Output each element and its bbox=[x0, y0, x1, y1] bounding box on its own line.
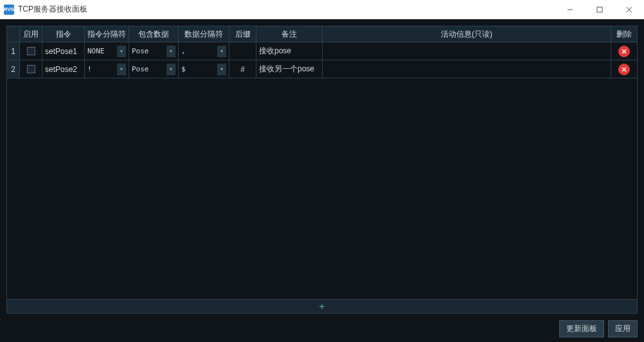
chevron-down-icon[interactable]: ▾ bbox=[217, 46, 226, 57]
delete-cell bbox=[611, 42, 637, 60]
chevron-down-icon[interactable]: ▾ bbox=[166, 64, 175, 75]
sep2-value: , bbox=[181, 47, 217, 55]
titlebar: RVS TCP服务器接收面板 bbox=[0, 0, 644, 19]
remark-cell[interactable]: 接收pose bbox=[256, 42, 323, 60]
header-remark: 备注 bbox=[256, 26, 323, 42]
sep1-value: ! bbox=[87, 65, 117, 73]
sep2-value: $ bbox=[181, 65, 217, 73]
data-value: Pose bbox=[132, 47, 166, 55]
header-data: 包含数据 bbox=[129, 26, 179, 42]
table-body: 1setPose1NONE▾Pose▾,▾接收pose2setPose2!▾Po… bbox=[7, 42, 637, 313]
cmd-cell[interactable]: setPose2 bbox=[42, 60, 85, 78]
window-title: TCP服务器接收面板 bbox=[18, 4, 87, 15]
sep1-cell[interactable]: NONE▾ bbox=[85, 42, 129, 60]
cmd-cell[interactable]: setPose1 bbox=[42, 42, 85, 60]
checkbox-icon[interactable] bbox=[27, 65, 35, 73]
header-rownum bbox=[7, 26, 20, 42]
suffix-cell[interactable] bbox=[229, 42, 256, 60]
data-value: Pose bbox=[132, 65, 166, 73]
client-area: 启用 指令 指令分隔符 包含数据 数据分隔符 后缀 备注 活动信息(只读) 删除… bbox=[0, 19, 644, 342]
header-sep1: 指令分隔符 bbox=[85, 26, 129, 42]
header-info: 活动信息(只读) bbox=[323, 26, 611, 42]
checkbox-icon[interactable] bbox=[27, 47, 35, 55]
enable-cell[interactable] bbox=[20, 60, 42, 78]
sep2-cell[interactable]: ,▾ bbox=[179, 42, 229, 60]
table-row: 2setPose2!▾Pose▾$▾#接收另一个pose bbox=[7, 60, 637, 78]
header-suffix: 后缀 bbox=[229, 26, 256, 42]
enable-cell[interactable] bbox=[20, 42, 42, 60]
info-cell bbox=[323, 60, 611, 78]
info-cell bbox=[323, 42, 611, 60]
table-header: 启用 指令 指令分隔符 包含数据 数据分隔符 后缀 备注 活动信息(只读) 删除 bbox=[7, 26, 637, 42]
table-panel: 启用 指令 指令分隔符 包含数据 数据分隔符 后缀 备注 活动信息(只读) 删除… bbox=[6, 26, 638, 314]
delete-row-button[interactable] bbox=[618, 64, 630, 75]
chevron-down-icon[interactable]: ▾ bbox=[117, 64, 126, 75]
apply-button[interactable]: 应用 bbox=[608, 320, 638, 338]
add-row-button[interactable]: + bbox=[7, 299, 637, 313]
svg-rect-1 bbox=[597, 7, 602, 12]
close-icon bbox=[621, 48, 627, 55]
update-panel-button[interactable]: 更新面板 bbox=[559, 320, 604, 338]
data-cell[interactable]: Pose▾ bbox=[129, 42, 179, 60]
delete-row-button[interactable] bbox=[618, 46, 630, 57]
data-cell[interactable]: Pose▾ bbox=[129, 60, 179, 78]
app-icon: RVS bbox=[4, 4, 14, 15]
table-row: 1setPose1NONE▾Pose▾,▾接收pose bbox=[7, 42, 637, 60]
suffix-cell[interactable]: # bbox=[229, 60, 256, 78]
row-number: 1 bbox=[7, 42, 20, 60]
header-delete: 删除 bbox=[611, 26, 637, 42]
remark-cell[interactable]: 接收另一个pose bbox=[256, 60, 323, 78]
sep1-value: NONE bbox=[87, 47, 117, 55]
chevron-down-icon[interactable]: ▾ bbox=[117, 46, 126, 57]
footer: 更新面板 应用 bbox=[6, 318, 638, 338]
maximize-button[interactable] bbox=[585, 0, 614, 19]
header-cmd: 指令 bbox=[42, 26, 85, 42]
delete-cell bbox=[611, 60, 637, 78]
window-controls bbox=[555, 0, 644, 19]
sep1-cell[interactable]: !▾ bbox=[85, 60, 129, 78]
close-icon bbox=[621, 66, 627, 73]
row-number: 2 bbox=[7, 60, 20, 78]
header-enable: 启用 bbox=[20, 26, 42, 42]
sep2-cell[interactable]: $▾ bbox=[179, 60, 229, 78]
close-button[interactable] bbox=[614, 0, 644, 19]
header-sep2: 数据分隔符 bbox=[179, 26, 229, 42]
chevron-down-icon[interactable]: ▾ bbox=[217, 64, 226, 75]
minimize-button[interactable] bbox=[555, 0, 585, 19]
chevron-down-icon[interactable]: ▾ bbox=[166, 46, 175, 57]
